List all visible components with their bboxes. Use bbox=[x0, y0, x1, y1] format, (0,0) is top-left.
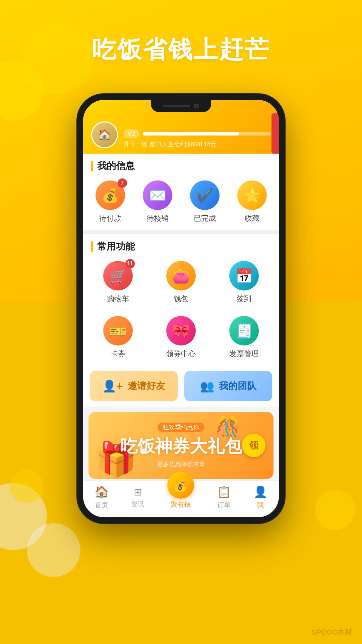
banner-title: 吃饭神券大礼包 bbox=[120, 435, 242, 458]
cart-badge: 11 bbox=[125, 259, 135, 268]
coupon-emoji: 🎀 bbox=[172, 323, 190, 339]
common-functions-section: 常用功能 🛒 11 购物车 👛 bbox=[83, 234, 279, 366]
my-info-title: 我的信息 bbox=[97, 160, 135, 172]
progress-bar bbox=[143, 132, 271, 136]
section-border-2 bbox=[91, 241, 93, 252]
headline: 吃饭省钱上赶芒 bbox=[0, 34, 362, 66]
me-icon: 👤 bbox=[253, 485, 267, 498]
completed-label: 已完成 bbox=[194, 213, 216, 223]
watermark: SPECO木材 bbox=[311, 627, 352, 637]
nav-news-label: 资讯 bbox=[131, 500, 144, 509]
orders-icon: 📋 bbox=[217, 485, 231, 498]
wallet-icon: 👛 bbox=[166, 261, 196, 290]
side-tab[interactable] bbox=[272, 113, 279, 154]
level-tag: V2 bbox=[123, 129, 139, 138]
upgrade-tip: 升下一级 差11人业绩利润998.18元 bbox=[123, 140, 271, 148]
invoice-label: 发票管理 bbox=[229, 349, 259, 359]
nav-me[interactable]: 👤 我 bbox=[253, 485, 267, 509]
coupon-center-icon: 🎀 bbox=[166, 316, 196, 345]
invoice-icon: 🧾 bbox=[229, 316, 259, 345]
divider-1 bbox=[83, 230, 279, 234]
team-icon: 👥 bbox=[200, 379, 214, 393]
pending-payment-item[interactable]: 💰 7 待付款 bbox=[96, 180, 125, 223]
signin-label: 签到 bbox=[237, 294, 251, 304]
invoice-item[interactable]: 🧾 发票管理 bbox=[229, 316, 259, 359]
pending-verify-icon: ✉️ bbox=[143, 180, 172, 210]
check-emoji: ✔️ bbox=[196, 187, 214, 204]
progress-bar-fill bbox=[143, 132, 239, 136]
banner-subtitle: 狂欢季约惠你 bbox=[158, 423, 204, 432]
cart-emoji: 🛒 bbox=[109, 268, 127, 284]
my-info-icons: 💰 7 待付款 ✉️ 待核销 bbox=[83, 175, 279, 230]
pending-verify-label: 待核销 bbox=[146, 213, 169, 223]
deco-circle-5 bbox=[27, 523, 80, 577]
nav-save-money[interactable]: 💰 聚省钱 bbox=[167, 485, 194, 509]
favorites-label: 收藏 bbox=[245, 213, 259, 223]
phone-mockup: 🏠 V2 升下一级 差11人业绩利润998.18元 bbox=[77, 94, 285, 523]
card-icon: 🎫 bbox=[103, 316, 133, 345]
wallet-emoji: 💰 bbox=[102, 187, 119, 204]
notch-camera bbox=[194, 104, 199, 108]
invite-friends-button[interactable]: 👤+ 邀请好友 bbox=[90, 371, 178, 401]
invite-label: 邀请好友 bbox=[128, 380, 165, 392]
card-label: 卡券 bbox=[111, 349, 125, 359]
calendar-emoji: 📅 bbox=[235, 268, 253, 284]
envelope-emoji: ✉️ bbox=[149, 187, 166, 204]
my-team-button[interactable]: 👥 我的团队 bbox=[184, 371, 272, 401]
invoice-emoji: 🧾 bbox=[235, 323, 253, 339]
nav-news[interactable]: ⊞ 资讯 bbox=[131, 486, 144, 509]
pending-payment-badge: 7 bbox=[118, 178, 127, 188]
banner-claim-button[interactable]: 领 bbox=[242, 434, 265, 457]
common-functions-title: 常用功能 bbox=[97, 240, 135, 253]
pending-verify-item[interactable]: ✉️ 待核销 bbox=[143, 180, 172, 223]
pending-payment-icon: 💰 7 bbox=[96, 180, 125, 210]
phone-screen: 🏠 V2 升下一级 差11人业绩利润998.18元 bbox=[83, 100, 279, 517]
star-emoji: ⭐ bbox=[243, 187, 261, 204]
save-money-icon: 💰 bbox=[167, 472, 194, 499]
completed-icon: ✔️ bbox=[190, 180, 220, 210]
bottom-navigation: 🏠 首页 ⊞ 资讯 💰 聚省钱 📋 订单 👤 我 bbox=[83, 480, 279, 517]
nav-orders[interactable]: 📋 订单 bbox=[217, 485, 231, 509]
nav-home-label: 首页 bbox=[95, 500, 108, 509]
notch-bar bbox=[163, 105, 190, 107]
common-functions-row1: 🛒 11 购物车 👛 钱包 bbox=[83, 256, 279, 311]
banner-content: 狂欢季约惠你 吃饭神券大礼包 更多优惠等你来拿 bbox=[120, 423, 242, 468]
nav-orders-label: 订单 bbox=[217, 500, 231, 509]
home-icon: 🏠 bbox=[95, 485, 109, 498]
deco-circle-6 bbox=[10, 470, 44, 503]
favorites-item[interactable]: ⭐ 收藏 bbox=[237, 180, 267, 223]
news-icon: ⊞ bbox=[134, 486, 142, 498]
nav-home[interactable]: 🏠 首页 bbox=[95, 485, 109, 509]
action-buttons-row: 👤+ 邀请好友 👥 我的团队 bbox=[83, 366, 279, 407]
ticket-emoji: 🎫 bbox=[109, 323, 127, 339]
invite-icon: 👤+ bbox=[102, 379, 123, 393]
wallet-item[interactable]: 👛 钱包 bbox=[166, 261, 196, 304]
signin-icon: 📅 bbox=[229, 261, 259, 290]
avatar[interactable]: 🏠 bbox=[91, 121, 118, 148]
wallet-label: 钱包 bbox=[174, 294, 188, 304]
cart-label: 购物车 bbox=[107, 294, 129, 304]
banner-desc: 更多优惠等你来拿 bbox=[120, 460, 242, 468]
signin-item[interactable]: 📅 签到 bbox=[229, 261, 259, 304]
team-label: 我的团队 bbox=[219, 380, 256, 392]
my-info-header: 我的信息 bbox=[83, 154, 279, 175]
section-border bbox=[91, 161, 93, 171]
nav-save-money-label: 聚省钱 bbox=[171, 500, 191, 509]
phone-notch bbox=[151, 100, 211, 112]
coupon-center-item[interactable]: 🎀 领券中心 bbox=[166, 316, 196, 359]
favorites-icon: ⭐ bbox=[237, 180, 267, 210]
cart-item[interactable]: 🛒 11 购物车 bbox=[103, 261, 133, 304]
deco-circle-3 bbox=[315, 490, 355, 530]
nav-me-label: 我 bbox=[257, 500, 264, 509]
profile-info: V2 升下一级 差11人业绩利润998.18元 bbox=[123, 129, 271, 148]
coupon-center-label: 领券中心 bbox=[166, 349, 196, 359]
purse-emoji: 👛 bbox=[172, 268, 190, 284]
cart-icon: 🛒 11 bbox=[103, 261, 133, 290]
pending-payment-label: 待付款 bbox=[99, 213, 121, 223]
common-functions-header: 常用功能 bbox=[83, 234, 279, 256]
card-item[interactable]: 🎫 卡券 bbox=[103, 316, 133, 359]
my-info-section: 我的信息 💰 7 待付款 bbox=[83, 154, 279, 230]
completed-item[interactable]: ✔️ 已完成 bbox=[190, 180, 220, 223]
promo-banner[interactable]: 🎁 🎊 狂欢季约惠你 吃饭神券大礼包 更多优惠等你来拿 领 bbox=[88, 412, 274, 479]
common-functions-row2: 🎫 卡券 🎀 领券中心 🧾 bbox=[83, 311, 279, 366]
